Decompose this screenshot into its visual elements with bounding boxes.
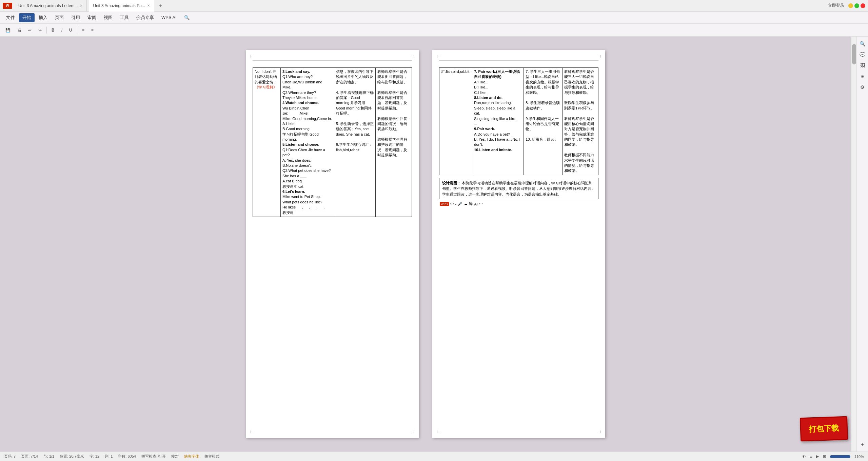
download-button[interactable]: 打包下载 [800,416,848,442]
toolbar-align-left[interactable]: ≡ [79,27,87,34]
menu-wps-ai[interactable]: WPS AI [158,14,180,21]
menu-search[interactable]: 🔍 [181,14,193,21]
toolbar-ai[interactable]: AI [474,202,477,206]
menu-reference[interactable]: 引用 [68,13,83,22]
image-icon[interactable]: 🖼 [858,61,867,70]
toolbar-font-italic[interactable]: I [59,27,65,34]
titlebar-left: W Unit 3 Amazing animals Letters... ✕ Un… [0,0,165,12]
menu-vip[interactable]: 会员专享 [133,13,157,22]
cell-teacher-observe1: 教师观察学生是否能看图回答问题，给与指导和反馈。 [377,69,410,85]
cell-b-good-morning: B.Good morning [282,126,332,132]
design-note-label: 设计意图： [442,181,461,185]
maximize-button[interactable] [854,3,859,8]
cell-b-like: B:I like... [474,85,522,90]
cell-do-you-have: A:Do you have a pet? [474,132,522,137]
statusbar: 页码: 7 页面: 7/14 节: 1/1 位置: 20.7毫米 字: 12 列… [0,452,868,461]
toolbar-save[interactable]: 💾 [3,27,13,34]
right-table-col1: 汇:fish,bird,rabbit. [439,68,472,175]
cell-no-i-dont: No, I don't.并能表达对动物的喜爱之情； [255,69,277,84]
scrollbar-thumb[interactable] [852,44,856,64]
cell-student-discuss: 9.学生和同伴两人一组讨论自己是否有宠物。 [526,116,560,132]
menu-tools[interactable]: 工具 [117,13,132,22]
toolbar-undo[interactable]: ↩ [25,27,34,34]
page-header-line-left [253,60,412,61]
toolbar-align-center[interactable]: ≡ [88,27,96,34]
cell-run-dog: Run,run,run like a dog. [474,100,522,105]
statusbar-right: 👁 ≡ ▶ ⊞ 110% [802,454,864,459]
cell-yes-i-do: B: Yes, I do. I have a.../No, I don't. [474,137,522,147]
toolbar-cloud[interactable]: ☁ [464,202,468,206]
cell-mike-good: Mike: Good morning,Come in. [282,116,332,121]
view-edit-icon[interactable]: ≡ [810,455,812,459]
titlebar-right: 立即登录 [828,3,868,8]
cell-sleep-cat: Sleep, sleep, sleep like a cat. [474,106,522,116]
toolbar-print[interactable]: 🖨 [15,27,24,34]
menu-page[interactable]: 页面 [52,13,67,22]
cell-lets-learn: 6.Let's learn. [282,189,332,194]
tab-amazing-animals-letters[interactable]: Unit 3 Amazing animals Letters... ✕ [14,0,87,12]
menu-start[interactable]: 开始 [19,13,35,22]
menu-file[interactable]: 文件 [3,13,18,22]
table-cell-left-col2: 3.Look and say. Q1:Who are they? Chen Ji… [280,68,334,217]
status-missing-font: 缺失字体 [184,454,199,459]
cell-student-listen: 5. 学生听录音，选择正确的答案；Yes, she does. She has … [336,121,374,137]
tab2-close-icon[interactable]: ✕ [147,4,150,7]
tab-amazing-animals-pages[interactable]: Unit 3 Amazing animals Pa... ✕ [89,0,154,12]
minimize-button[interactable] [848,3,853,8]
cell-answer-who: Chen Jie,Wu Binbin and Mike. [282,80,332,90]
cell-teacher-pair: 教师观察学生是否能用核心句型询问对方是否宠物并回答，给与完成困难的同学，给与指导… [564,116,596,147]
zoom-level[interactable]: 110% [854,455,864,459]
cell-a-like: A:I like... [474,80,522,85]
cell-three-group: 7. 学生三人一组用句型：I like...说说自己喜欢的宠物。根据学生的表现，… [526,69,560,95]
close-button[interactable] [861,3,865,8]
tab1-close-icon[interactable]: ✕ [80,4,82,7]
right-table-col4: 教师观察学生是否能三人一组说说自己喜欢的宠物，根据学生的表现，给与指导和鼓励。 … [563,68,598,175]
cell-b-no: B.No,she doesn't. [282,163,332,168]
search-icon[interactable]: 🔍 [858,39,867,48]
doc-page-right: 汇:fish,bird,rabbit. 7. Pair work.(三人一组说说… [432,50,605,438]
wps-icon: WPS [440,202,449,206]
menu-insert[interactable]: 插入 [35,13,51,22]
view-grid-icon[interactable]: ⊞ [823,454,826,459]
cell-he-likes: He likes___,___,___,___. [282,205,332,210]
menu-review[interactable]: 审阅 [84,13,100,22]
comment-icon[interactable]: 💬 [858,50,867,59]
wps-logo-icon: W [3,3,12,9]
right-scrollbar[interactable] [851,37,856,452]
menu-view[interactable]: 视图 [100,13,116,22]
login-label[interactable]: 立即登录 [828,3,844,8]
add-icon[interactable]: + [858,440,867,449]
status-font-size: 字: 12 [90,454,99,459]
right-sidebar-toolbar: 🔍 💬 🖼 ⊞ ⚙ + [856,37,868,452]
tab1-label: Unit 3 Amazing animals Letters... [18,3,78,8]
table-row: No, I don't.并能表达对动物的喜爱之情； 《学习理解》 3.Look … [253,68,412,217]
toolbar-font-bold[interactable]: B [49,27,57,34]
toolbar-more[interactable]: ⋯ [479,202,483,206]
cell-look-say: 3.Look and say. [282,69,332,74]
toolbar-redo[interactable]: ↪ [36,27,44,34]
cell-teach-cat: 教授词汇:cat [282,184,332,189]
toolbar-font-underline[interactable]: U [66,27,75,34]
design-note-content: 本阶段学习活动旨在帮助学生在语境中理解对话内容，学习对话中的核心词汇和句型。学生… [442,181,595,196]
cell-q1-pet: Q1:Does Chen Jie have a pet? [282,147,332,158]
cell-a-yes: A. Yes, she does. [282,158,332,163]
corner-tr-right [598,55,600,58]
table-icon[interactable]: ⊞ [858,72,867,81]
toolbar-translate[interactable]: 译 [469,201,473,206]
toolbar-cn-icon[interactable]: 中 [450,201,454,206]
view-play-icon[interactable]: ▶ [816,454,819,459]
wps-bottom-toolbar: WPS 中 • 🎤 ☁ 译 AI ⋯ [439,201,598,207]
status-position: 位置: 20.7毫米 [60,454,84,459]
cell-teacher-tpr: 鼓励学生积极参与到课堂TPR环节。 [564,100,596,111]
zoom-bar[interactable] [830,455,850,458]
settings-icon[interactable]: ⚙ [858,83,867,92]
cell-answer-where: They're Mike's home. [282,95,332,100]
view-read-icon[interactable]: 👁 [802,455,806,459]
zoom-fill [830,455,850,458]
cell-sing-bird: Sing,sing, sing like a bird. [474,116,522,121]
cell-teacher-three-group: 教师观察学生是否能三人一组说说自己喜欢的宠物，根据学生的表现，给与指导和鼓励。 [564,69,596,95]
toolbar-mic[interactable]: 🎤 [458,202,462,206]
toolbar-bullet: • [455,202,457,206]
corner-br [411,430,414,433]
new-tab-button[interactable]: + [156,3,165,9]
